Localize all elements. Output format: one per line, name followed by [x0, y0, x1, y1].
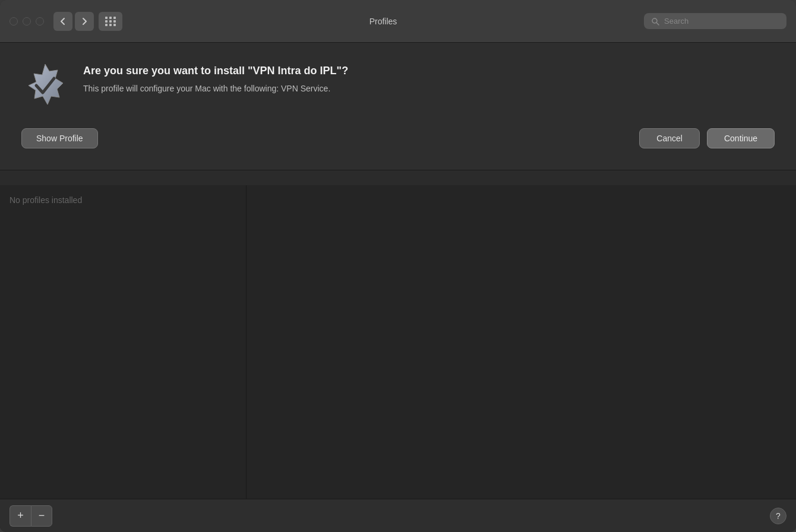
verified-badge-icon [21, 62, 69, 109]
install-dialog: Are you sure you want to install "VPN In… [0, 43, 796, 170]
maximize-button[interactable] [36, 17, 44, 26]
window-title: Profiles [122, 17, 644, 26]
dialog-top: Are you sure you want to install "VPN In… [21, 62, 775, 109]
grid-dots-icon [105, 17, 116, 26]
dialog-buttons: Show Profile Cancel Continue [21, 128, 775, 148]
content-area: Are you sure you want to install "VPN In… [0, 43, 796, 532]
svg-point-0 [652, 18, 657, 23]
cancel-button[interactable]: Cancel [639, 128, 700, 148]
svg-line-1 [657, 23, 659, 25]
minimize-button[interactable] [23, 17, 31, 26]
show-profile-button[interactable]: Show Profile [21, 128, 98, 148]
bottom-toolbar: + − ? [0, 499, 796, 532]
back-button[interactable] [53, 12, 72, 31]
search-icon [651, 17, 659, 26]
grid-view-button[interactable] [99, 12, 122, 31]
add-profile-button[interactable]: + [10, 505, 31, 527]
continue-button[interactable]: Continue [707, 128, 775, 148]
right-panel [247, 185, 796, 499]
titlebar: Profiles [0, 0, 796, 43]
remove-profile-button[interactable]: − [31, 505, 52, 527]
dialog-title: Are you sure you want to install "VPN In… [83, 64, 348, 78]
help-button[interactable]: ? [770, 508, 786, 524]
dialog-inner: Are you sure you want to install "VPN In… [21, 62, 775, 148]
forward-button[interactable] [75, 12, 94, 31]
bottom-left-buttons: + − [10, 505, 52, 527]
traffic-lights [10, 17, 44, 26]
no-profiles-label: No profiles installed [10, 195, 82, 205]
nav-buttons [53, 12, 122, 31]
dialog-text: Are you sure you want to install "VPN In… [83, 62, 348, 95]
panels-area: No profiles installed [0, 185, 796, 499]
svg-marker-2 [29, 64, 63, 104]
dialog-right-buttons: Cancel Continue [639, 128, 775, 148]
close-button[interactable] [10, 17, 18, 26]
search-input[interactable] [664, 17, 779, 26]
search-bar[interactable] [644, 13, 786, 29]
dialog-description: This profile will configure your Mac wit… [83, 83, 348, 95]
main-window: Profiles [0, 0, 796, 532]
left-panel: No profiles installed [0, 185, 247, 499]
